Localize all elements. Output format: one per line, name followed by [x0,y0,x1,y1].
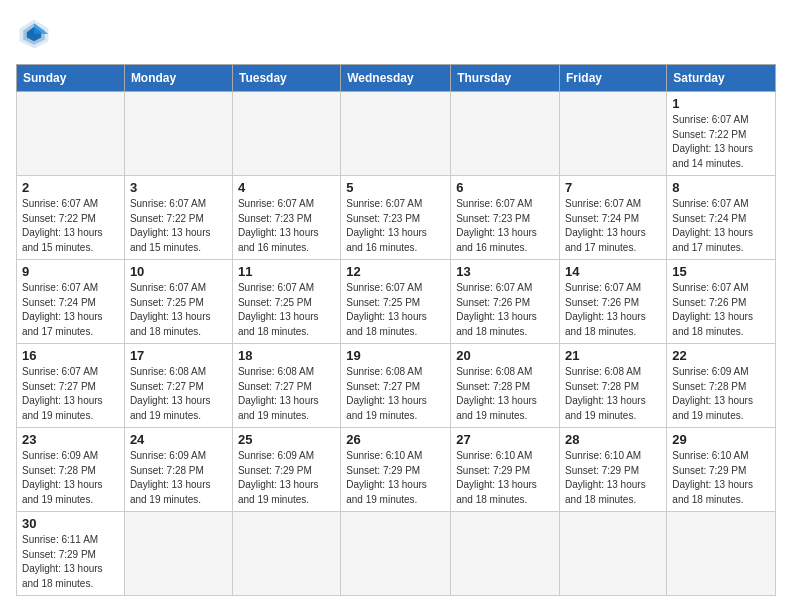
calendar-cell: 6Sunrise: 6:07 AMSunset: 7:23 PMDaylight… [451,176,560,260]
calendar-body: 1Sunrise: 6:07 AMSunset: 7:22 PMDaylight… [17,92,776,596]
day-number: 29 [672,432,770,447]
day-info: Sunrise: 6:07 AMSunset: 7:22 PMDaylight:… [130,197,227,255]
calendar-cell: 30Sunrise: 6:11 AMSunset: 7:29 PMDayligh… [17,512,125,596]
weekday-header-tuesday: Tuesday [232,65,340,92]
day-info: Sunrise: 6:10 AMSunset: 7:29 PMDaylight:… [346,449,445,507]
day-info: Sunrise: 6:07 AMSunset: 7:25 PMDaylight:… [346,281,445,339]
day-number: 5 [346,180,445,195]
calendar-cell: 4Sunrise: 6:07 AMSunset: 7:23 PMDaylight… [232,176,340,260]
day-number: 23 [22,432,119,447]
day-info: Sunrise: 6:07 AMSunset: 7:23 PMDaylight:… [238,197,335,255]
calendar-cell: 24Sunrise: 6:09 AMSunset: 7:28 PMDayligh… [124,428,232,512]
day-number: 12 [346,264,445,279]
calendar-cell: 19Sunrise: 6:08 AMSunset: 7:27 PMDayligh… [341,344,451,428]
day-number: 20 [456,348,554,363]
day-number: 11 [238,264,335,279]
day-info: Sunrise: 6:09 AMSunset: 7:28 PMDaylight:… [22,449,119,507]
day-info: Sunrise: 6:09 AMSunset: 7:29 PMDaylight:… [238,449,335,507]
day-number: 30 [22,516,119,531]
day-info: Sunrise: 6:07 AMSunset: 7:22 PMDaylight:… [672,113,770,171]
day-info: Sunrise: 6:08 AMSunset: 7:28 PMDaylight:… [565,365,661,423]
day-info: Sunrise: 6:08 AMSunset: 7:27 PMDaylight:… [346,365,445,423]
day-info: Sunrise: 6:07 AMSunset: 7:26 PMDaylight:… [672,281,770,339]
calendar-cell: 12Sunrise: 6:07 AMSunset: 7:25 PMDayligh… [341,260,451,344]
day-number: 6 [456,180,554,195]
day-info: Sunrise: 6:09 AMSunset: 7:28 PMDaylight:… [672,365,770,423]
page-header [16,16,776,52]
calendar-week-5: 23Sunrise: 6:09 AMSunset: 7:28 PMDayligh… [17,428,776,512]
calendar-cell: 28Sunrise: 6:10 AMSunset: 7:29 PMDayligh… [560,428,667,512]
day-info: Sunrise: 6:07 AMSunset: 7:23 PMDaylight:… [456,197,554,255]
calendar-cell: 2Sunrise: 6:07 AMSunset: 7:22 PMDaylight… [17,176,125,260]
day-info: Sunrise: 6:07 AMSunset: 7:22 PMDaylight:… [22,197,119,255]
day-info: Sunrise: 6:07 AMSunset: 7:23 PMDaylight:… [346,197,445,255]
calendar-cell: 20Sunrise: 6:08 AMSunset: 7:28 PMDayligh… [451,344,560,428]
day-number: 28 [565,432,661,447]
calendar-cell: 22Sunrise: 6:09 AMSunset: 7:28 PMDayligh… [667,344,776,428]
day-number: 27 [456,432,554,447]
calendar-cell: 18Sunrise: 6:08 AMSunset: 7:27 PMDayligh… [232,344,340,428]
day-info: Sunrise: 6:10 AMSunset: 7:29 PMDaylight:… [672,449,770,507]
day-number: 25 [238,432,335,447]
weekday-header-sunday: Sunday [17,65,125,92]
day-info: Sunrise: 6:07 AMSunset: 7:24 PMDaylight:… [672,197,770,255]
calendar-cell: 5Sunrise: 6:07 AMSunset: 7:23 PMDaylight… [341,176,451,260]
day-number: 10 [130,264,227,279]
day-info: Sunrise: 6:09 AMSunset: 7:28 PMDaylight:… [130,449,227,507]
day-number: 1 [672,96,770,111]
calendar-cell [341,512,451,596]
calendar-cell [560,512,667,596]
day-info: Sunrise: 6:10 AMSunset: 7:29 PMDaylight:… [565,449,661,507]
day-number: 19 [346,348,445,363]
calendar-table: SundayMondayTuesdayWednesdayThursdayFrid… [16,64,776,596]
calendar-cell: 23Sunrise: 6:09 AMSunset: 7:28 PMDayligh… [17,428,125,512]
calendar-cell [451,512,560,596]
day-number: 3 [130,180,227,195]
day-number: 13 [456,264,554,279]
calendar-cell: 17Sunrise: 6:08 AMSunset: 7:27 PMDayligh… [124,344,232,428]
day-number: 18 [238,348,335,363]
day-info: Sunrise: 6:08 AMSunset: 7:27 PMDaylight:… [238,365,335,423]
logo-icon [16,16,52,52]
calendar-cell [451,92,560,176]
calendar-cell: 3Sunrise: 6:07 AMSunset: 7:22 PMDaylight… [124,176,232,260]
day-info: Sunrise: 6:07 AMSunset: 7:25 PMDaylight:… [130,281,227,339]
calendar-cell [667,512,776,596]
weekday-header-friday: Friday [560,65,667,92]
calendar-cell: 16Sunrise: 6:07 AMSunset: 7:27 PMDayligh… [17,344,125,428]
weekday-header-monday: Monday [124,65,232,92]
day-number: 22 [672,348,770,363]
day-number: 9 [22,264,119,279]
day-info: Sunrise: 6:07 AMSunset: 7:27 PMDaylight:… [22,365,119,423]
calendar-week-6: 30Sunrise: 6:11 AMSunset: 7:29 PMDayligh… [17,512,776,596]
day-info: Sunrise: 6:07 AMSunset: 7:24 PMDaylight:… [22,281,119,339]
calendar-week-4: 16Sunrise: 6:07 AMSunset: 7:27 PMDayligh… [17,344,776,428]
calendar-cell: 14Sunrise: 6:07 AMSunset: 7:26 PMDayligh… [560,260,667,344]
day-number: 14 [565,264,661,279]
weekday-header-thursday: Thursday [451,65,560,92]
calendar-week-3: 9Sunrise: 6:07 AMSunset: 7:24 PMDaylight… [17,260,776,344]
day-info: Sunrise: 6:07 AMSunset: 7:24 PMDaylight:… [565,197,661,255]
calendar-cell [560,92,667,176]
calendar-cell: 11Sunrise: 6:07 AMSunset: 7:25 PMDayligh… [232,260,340,344]
calendar-week-1: 1Sunrise: 6:07 AMSunset: 7:22 PMDaylight… [17,92,776,176]
day-number: 15 [672,264,770,279]
calendar-cell: 21Sunrise: 6:08 AMSunset: 7:28 PMDayligh… [560,344,667,428]
day-number: 2 [22,180,119,195]
day-number: 4 [238,180,335,195]
calendar-cell [232,512,340,596]
day-number: 8 [672,180,770,195]
calendar-header: SundayMondayTuesdayWednesdayThursdayFrid… [17,65,776,92]
calendar-cell [341,92,451,176]
day-info: Sunrise: 6:10 AMSunset: 7:29 PMDaylight:… [456,449,554,507]
logo [16,16,58,52]
calendar-cell [124,512,232,596]
calendar-cell: 7Sunrise: 6:07 AMSunset: 7:24 PMDaylight… [560,176,667,260]
calendar-cell: 1Sunrise: 6:07 AMSunset: 7:22 PMDaylight… [667,92,776,176]
weekday-header-row: SundayMondayTuesdayWednesdayThursdayFrid… [17,65,776,92]
calendar-cell: 13Sunrise: 6:07 AMSunset: 7:26 PMDayligh… [451,260,560,344]
calendar-cell: 25Sunrise: 6:09 AMSunset: 7:29 PMDayligh… [232,428,340,512]
day-info: Sunrise: 6:07 AMSunset: 7:26 PMDaylight:… [456,281,554,339]
calendar-week-2: 2Sunrise: 6:07 AMSunset: 7:22 PMDaylight… [17,176,776,260]
calendar-cell: 9Sunrise: 6:07 AMSunset: 7:24 PMDaylight… [17,260,125,344]
